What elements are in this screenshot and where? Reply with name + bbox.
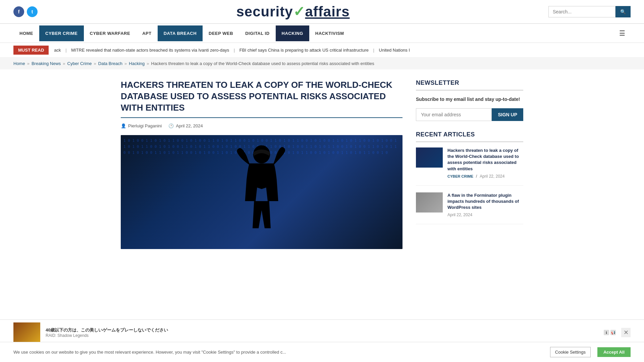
nav-item-hacking[interactable]: HACKING [276, 25, 309, 41]
recent-article-2: A flaw in the Forminator plugin impacts … [416, 192, 523, 225]
silhouette-figure [231, 138, 292, 246]
nav-item-deep-web[interactable]: DEEP WEB [203, 25, 239, 41]
breadcrumb-cyber-crime[interactable]: Cyber Crime [67, 61, 92, 66]
nav-item-apt[interactable]: APT [136, 25, 158, 41]
main-layout: HACKERS THREATEN TO LEAK A COPY OF THE W… [107, 69, 537, 259]
newsletter-section: NEWSLETTER Subscribe to my email list an… [416, 79, 523, 121]
recent-article-2-date: April 22, 2024 [447, 213, 472, 217]
nav-item-cyber-warfare[interactable]: CYBER WARFARE [84, 25, 137, 41]
logo-checkmark: ✓ [293, 4, 305, 19]
logo[interactable]: security✓affairs [236, 3, 350, 20]
recent-article-1: Hackers threaten to leak a copy of the W… [416, 147, 523, 186]
recent-article-1-content: Hackers threaten to leak a copy of the W… [447, 147, 523, 179]
breadcrumb-breaking-news[interactable]: Breaking News [32, 61, 61, 66]
recent-article-2-meta: April 22, 2024 [447, 213, 523, 217]
recent-article-2-content: A flaw in the Forminator plugin impacts … [447, 192, 523, 218]
ticker-content: ack | MITRE revealed that nation-state a… [54, 48, 410, 53]
article-image: 1 0 1 0 0 1 1 0 1 0 1 1 0 0 1 0 1 0 0 1 … [121, 135, 402, 249]
recent-article-2-title[interactable]: A flaw in the Forminator plugin impacts … [447, 192, 523, 211]
logo-part1: security [236, 4, 293, 19]
ticker-bar: MUST READ ack | MITRE revealed that nati… [0, 43, 644, 58]
email-row: SIGN UP [416, 108, 523, 121]
recent-article-1-date: April 22, 2024 [480, 174, 504, 179]
meta-author: 👤 Pierluigi Paganini [121, 123, 162, 128]
breadcrumb-current: Hackers threaten to leak a copy of the W… [151, 61, 374, 66]
newsletter-description: Subscribe to my email list and stay up-t… [416, 96, 523, 103]
recent-thumb-2 [416, 192, 443, 213]
article-title: HACKERS THREATEN TO LEAK A COPY OF THE W… [121, 79, 402, 118]
meta-date: 🕐 April 22, 2024 [168, 123, 203, 128]
recent-article-1-meta: CYBER CRIME / April 22, 2024 [447, 174, 523, 179]
social-icons-group: f t [13, 6, 38, 17]
breadcrumb-hacking[interactable]: Hacking [129, 61, 145, 66]
signup-button[interactable]: SIGN UP [492, 108, 523, 121]
search-bar: 🔍 [548, 6, 631, 17]
email-input[interactable] [416, 108, 492, 121]
search-button[interactable]: 🔍 [615, 6, 631, 17]
breadcrumb-data-breach[interactable]: Data Breach [98, 61, 122, 66]
nav-hamburger[interactable]: ☰ [614, 24, 631, 43]
recent-article-1-title[interactable]: Hackers threaten to leak a copy of the W… [447, 147, 523, 172]
top-header: f t security✓affairs 🔍 [0, 0, 644, 23]
nav-item-digital-id[interactable]: DIGITAL ID [239, 25, 275, 41]
nav-item-cyber-crime[interactable]: CYBER CRIME [39, 25, 84, 41]
article-meta: 👤 Pierluigi Paganini 🕐 April 22, 2024 [121, 123, 402, 128]
main-nav: HOME CYBER CRIME CYBER WARFARE APT DATA … [0, 23, 644, 43]
facebook-icon[interactable]: f [13, 6, 24, 17]
breadcrumb: Home » Breaking News » Cyber Crime » Dat… [0, 58, 644, 69]
nav-item-hacktivism[interactable]: HACKTIVISM [309, 25, 350, 41]
logo-part2: affairs [305, 4, 350, 19]
content-area: HACKERS THREATEN TO LEAK A COPY OF THE W… [121, 79, 402, 249]
recent-articles-title: RECENT ARTICLES [416, 131, 523, 142]
author-name: Pierluigi Paganini [128, 123, 162, 128]
recent-thumb-1 [416, 147, 443, 168]
author-icon: 👤 [121, 123, 126, 128]
must-read-badge: MUST READ [13, 46, 49, 55]
recent-article-1-category[interactable]: CYBER CRIME [447, 174, 473, 178]
sidebar: NEWSLETTER Subscribe to my email list an… [416, 79, 523, 249]
clock-icon: 🕐 [168, 123, 174, 128]
nav-item-home[interactable]: HOME [13, 25, 39, 41]
breadcrumb-home[interactable]: Home [13, 61, 25, 66]
article-date: April 22, 2024 [176, 123, 203, 128]
newsletter-title: NEWSLETTER [416, 79, 523, 90]
twitter-icon[interactable]: t [27, 6, 38, 17]
nav-item-data-breach[interactable]: DATA BREACH [158, 25, 203, 41]
search-input[interactable] [548, 6, 615, 17]
recent-articles-section: RECENT ARTICLES Hackers threaten to leak… [416, 131, 523, 224]
